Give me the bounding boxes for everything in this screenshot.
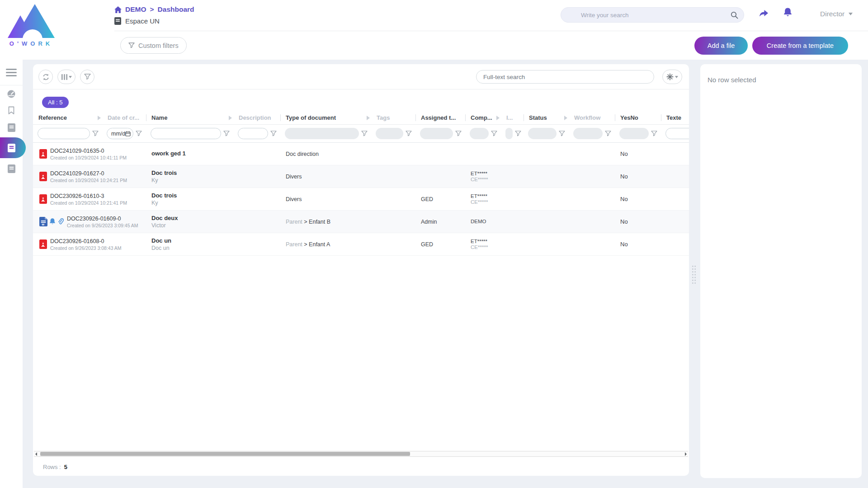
- chevron-down-icon: [69, 76, 72, 78]
- filter-date-input[interactable]: mm/d: [107, 128, 133, 139]
- sidebar-item-documents-active[interactable]: [0, 144, 23, 152]
- funnel-filter-icon[interactable]: [491, 131, 497, 136]
- table-filter-row: mm/d: [33, 125, 689, 143]
- column-header-texte[interactable]: Texte: [661, 111, 689, 124]
- home-icon[interactable]: [114, 6, 122, 13]
- funnel-filter-icon[interactable]: [455, 131, 462, 136]
- logo-text: O'WORK: [9, 40, 53, 47]
- word-file-icon[interactable]: w: [39, 217, 47, 226]
- column-header-status[interactable]: Status: [524, 111, 569, 124]
- sidebar-menu-toggle[interactable]: [6, 69, 17, 76]
- filter-cell-status: [524, 128, 569, 139]
- filter-input-name[interactable]: [151, 128, 221, 139]
- global-search-input[interactable]: [580, 11, 731, 19]
- panel-resize-handle[interactable]: [692, 266, 696, 286]
- global-search[interactable]: [561, 7, 744, 23]
- funnel-filter-icon[interactable]: [270, 131, 277, 136]
- filter-input-description[interactable]: [238, 128, 268, 139]
- type-cell: Divers: [280, 196, 415, 202]
- breadcrumb-current[interactable]: Dashboard: [158, 5, 194, 14]
- funnel-filter-icon[interactable]: [92, 131, 99, 136]
- yesno-cell: No: [615, 241, 661, 248]
- sidebar-item-library-1[interactable]: [0, 123, 23, 132]
- pdf-file-icon[interactable]: [39, 239, 47, 249]
- column-header-type-of-document[interactable]: Type of document: [280, 111, 371, 124]
- workspace-name: Espace UN: [125, 17, 160, 25]
- table-row[interactable]: DOC241029-01627-0 Created on 10/29/2024 …: [33, 165, 689, 188]
- book-icon-active: [8, 144, 15, 152]
- custom-filters-button[interactable]: Custom filters: [120, 37, 187, 54]
- refresh-button[interactable]: [38, 70, 53, 84]
- funnel-filter-icon[interactable]: [223, 131, 230, 136]
- scroll-left-arrow-icon[interactable]: [35, 452, 37, 456]
- column-header-workflow[interactable]: Workflow: [569, 111, 615, 124]
- column-header-i[interactable]: I...: [501, 111, 524, 124]
- filter-cell-comp: [465, 128, 501, 139]
- funnel-filter-icon[interactable]: [406, 131, 412, 136]
- filter-input-texte[interactable]: [665, 128, 689, 139]
- document-type-parent: Parent: [286, 241, 302, 248]
- app-logo: O'WORK: [6, 3, 56, 49]
- document-name-subtitle: Doc un: [151, 245, 275, 251]
- notifications-button[interactable]: [783, 7, 793, 18]
- column-header-tags[interactable]: Tags: [371, 111, 415, 124]
- column-header-assigned-t[interactable]: Assigned t...: [415, 111, 465, 124]
- filter-button[interactable]: [80, 70, 94, 84]
- document-type: > Enfant A: [302, 241, 330, 248]
- filter-disabled-assigned-t: [420, 128, 453, 139]
- breadcrumb-root[interactable]: DEMO: [125, 5, 146, 14]
- assigned-to-cell: GED: [415, 196, 465, 202]
- document-name: owork ged 1: [151, 150, 275, 157]
- table-row[interactable]: DOC230926-01608-0 Created on 9/26/2023 3…: [33, 233, 689, 256]
- user-role-menu[interactable]: Director: [820, 10, 853, 18]
- grid-settings-button[interactable]: [662, 70, 682, 84]
- workspace-book-icon: [114, 17, 121, 25]
- horizontal-scrollbar[interactable]: [34, 451, 688, 457]
- pdf-file-icon[interactable]: [39, 172, 47, 181]
- hamburger-icon: [6, 69, 17, 76]
- table-row[interactable]: DOC230926-01610-3 Created on 10/29/2024 …: [33, 188, 689, 211]
- column-label: Workflow: [574, 114, 600, 121]
- calendar-icon[interactable]: [125, 131, 131, 136]
- tab-all-count[interactable]: All : 5: [42, 97, 69, 108]
- sidebar-item-library-2[interactable]: [0, 164, 23, 173]
- sidebar-item-dashboard[interactable]: [0, 89, 23, 99]
- funnel-icon: [128, 42, 135, 48]
- pdf-file-icon[interactable]: [39, 194, 47, 204]
- pdf-file-icon[interactable]: [39, 149, 47, 159]
- filter-cell-date-of-cr: mm/d: [102, 128, 146, 139]
- filter-cell-workflow: [569, 128, 615, 139]
- user-role-label: Director: [820, 10, 844, 18]
- filter-input-reference[interactable]: [38, 128, 90, 139]
- funnel-filter-icon[interactable]: [136, 131, 142, 136]
- table-row[interactable]: w DOC230926-01609-0 Created on 9/26/2023…: [33, 211, 689, 233]
- columns-button[interactable]: [57, 70, 75, 84]
- company-value: DEMO: [471, 219, 518, 224]
- yesno-cell: No: [615, 196, 661, 202]
- share-icon: [759, 8, 769, 18]
- scrollbar-thumb[interactable]: [40, 452, 410, 456]
- funnel-filter-icon[interactable]: [515, 131, 521, 136]
- column-header-comp[interactable]: Comp...: [465, 111, 501, 124]
- funnel-filter-icon[interactable]: [605, 131, 611, 136]
- column-header-reference[interactable]: Reference: [33, 111, 102, 124]
- column-header-date-of-cr[interactable]: Date of cr...: [102, 111, 146, 124]
- create-from-template-button[interactable]: Create from a template: [752, 37, 848, 55]
- filter-disabled-workflow: [573, 128, 603, 139]
- sidebar-item-bookmarks[interactable]: [0, 106, 23, 115]
- funnel-filter-icon[interactable]: [559, 131, 565, 136]
- scroll-right-arrow-icon[interactable]: [685, 452, 687, 456]
- document-name: Doc deux: [151, 215, 275, 221]
- share-button[interactable]: [759, 8, 769, 18]
- column-header-name[interactable]: Name: [146, 111, 233, 124]
- column-label: Reference: [38, 114, 67, 121]
- funnel-filter-icon[interactable]: [651, 131, 657, 136]
- column-header-description[interactable]: Description: [233, 111, 280, 124]
- column-header-yesno[interactable]: YesNo: [615, 111, 661, 124]
- filter-cell-yesno: [615, 128, 661, 139]
- search-icon[interactable]: [731, 11, 738, 19]
- fulltext-search-input[interactable]: [476, 70, 654, 84]
- table-row[interactable]: DOC241029-01635-0 Created on 10/29/2024 …: [33, 143, 689, 165]
- funnel-filter-icon[interactable]: [361, 131, 368, 136]
- add-file-button[interactable]: Add a file: [694, 37, 748, 55]
